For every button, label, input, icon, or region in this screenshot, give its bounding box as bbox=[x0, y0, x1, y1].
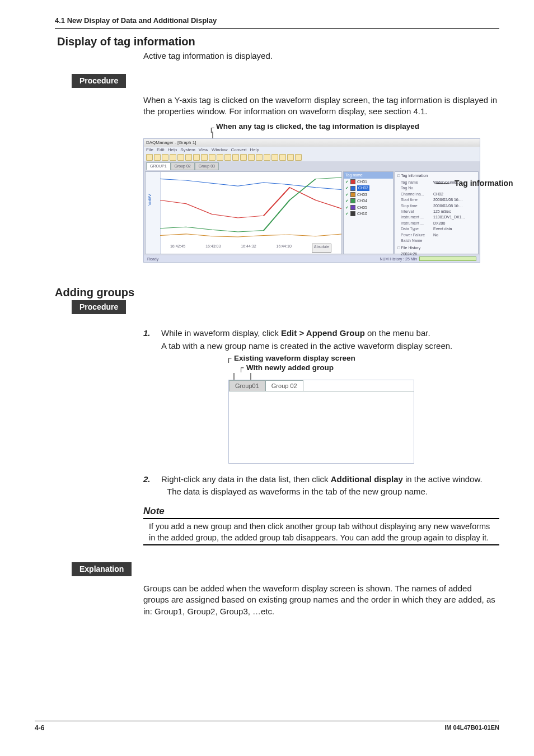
group-tabs[interactable]: GROUP1 Group 02 Group 03 bbox=[146, 162, 219, 170]
note-body: If you add a new group and then click an… bbox=[149, 521, 496, 543]
channel-row[interactable]: ✔CH10 bbox=[344, 211, 393, 217]
file-history-title: File History bbox=[401, 246, 420, 250]
step-text: Right-click any data in the data list, t… bbox=[161, 474, 331, 484]
x-tick: 16:43:03 bbox=[205, 244, 221, 253]
menu-convert[interactable]: Convert bbox=[231, 147, 246, 153]
y-axis[interactable]: Volt/V bbox=[146, 172, 161, 254]
step-number: 2. bbox=[143, 474, 153, 498]
toolbar-button[interactable] bbox=[256, 154, 263, 161]
menu-edit[interactable]: Edit bbox=[157, 147, 165, 153]
explanation-label: Explanation bbox=[72, 562, 132, 576]
step-number: 1. bbox=[143, 328, 153, 352]
step-text: on the menu bar. bbox=[365, 328, 430, 338]
step-2: 2. Right-click any data in the data list… bbox=[143, 474, 499, 498]
divider bbox=[55, 28, 499, 29]
tag-info-row: Power FailureNo bbox=[395, 232, 478, 238]
menu-window[interactable]: Window bbox=[212, 147, 227, 153]
group-tab-1[interactable]: GROUP1 bbox=[146, 162, 171, 170]
tag-info-row: Interval125 mSec bbox=[395, 209, 478, 214]
status-left: Ready bbox=[147, 256, 158, 262]
menu-view[interactable]: View bbox=[199, 147, 208, 153]
step-menu-path: Additional display bbox=[331, 474, 403, 484]
step-menu-path: Edit > Append Group bbox=[281, 328, 365, 338]
toolbar-button[interactable] bbox=[279, 154, 286, 161]
toolbar-button[interactable] bbox=[240, 154, 247, 161]
window-titlebar: DAQManager - [Graph 1] bbox=[144, 139, 480, 147]
x-axis-ticks: 16:42:45 16:43:03 16:44:32 16:44:10 Abso… bbox=[160, 244, 341, 253]
note-title: Note bbox=[143, 505, 499, 518]
step-text: While in waveform display, click bbox=[161, 328, 281, 338]
tag-info-row: Batch Name bbox=[395, 238, 478, 244]
toolbar-button[interactable] bbox=[295, 154, 302, 161]
tag-info-title-text: Tag information bbox=[401, 174, 428, 178]
x-tick: 16:42:45 bbox=[170, 244, 185, 253]
section-title-adding-groups: Adding groups bbox=[55, 285, 499, 300]
step-subtext: The data is displayed as waveforms in th… bbox=[167, 486, 499, 497]
menu-help[interactable]: Help bbox=[168, 147, 177, 153]
toolbar-button[interactable] bbox=[177, 154, 184, 161]
toolbar-button[interactable] bbox=[162, 154, 168, 161]
x-tick: 16:44:32 bbox=[241, 244, 256, 253]
toolbar-button[interactable] bbox=[193, 154, 200, 161]
fig2-caption-1: Existing waveform display screen bbox=[234, 354, 355, 362]
step-1: 1. While in waveform display, click Edit… bbox=[143, 328, 499, 352]
channel-list-header: Tag name bbox=[344, 172, 393, 178]
procedure-label-2: Procedure bbox=[72, 300, 126, 314]
channel-list[interactable]: Tag name ✔CH01✔CH02✔CH03✔CH04✔CH05✔CH10 bbox=[343, 171, 394, 254]
fig2-tabs[interactable]: Group01 Group 02 bbox=[229, 380, 303, 391]
menu-help2[interactable]: Help bbox=[250, 147, 259, 153]
menu-system[interactable]: System bbox=[180, 147, 195, 153]
tag-info-row: Data TypeEvent data bbox=[395, 226, 478, 232]
channel-row[interactable]: ✔CH05 bbox=[344, 204, 393, 211]
group-tab-3[interactable]: Group 03 bbox=[195, 162, 219, 170]
note-block: Note If you add a new group and then cli… bbox=[143, 505, 499, 545]
x-mode-button[interactable]: Absolute bbox=[312, 244, 331, 253]
divider bbox=[143, 544, 499, 545]
group-tab-2[interactable]: Group 02 bbox=[171, 162, 195, 170]
window-title: DAQManager - [Graph 1] bbox=[146, 140, 196, 146]
toolbar-button[interactable] bbox=[264, 154, 270, 161]
toolbar-button[interactable] bbox=[185, 154, 192, 161]
fig2-body bbox=[229, 391, 414, 463]
status-progress bbox=[419, 256, 476, 261]
toolbar-button[interactable] bbox=[201, 154, 208, 161]
channel-row[interactable]: ✔CH04 bbox=[344, 198, 393, 204]
procedure-label: Procedure bbox=[72, 74, 126, 88]
menu-file[interactable]: File bbox=[146, 147, 153, 153]
status-right: NUM History : 25 Min bbox=[380, 256, 417, 262]
tag-info-row: Instrument ...DX200 bbox=[395, 221, 478, 226]
page-number: 4-6 bbox=[35, 724, 44, 732]
channel-row[interactable]: ✔CH03 bbox=[344, 192, 393, 198]
toolbar-button[interactable] bbox=[232, 154, 239, 161]
procedure-body: When a Y-axis tag is clicked on the wave… bbox=[143, 95, 499, 118]
toolbar-button[interactable] bbox=[248, 154, 255, 161]
fig1-caption: When any tag is clicked, the tag informa… bbox=[216, 122, 499, 132]
waveform-panel[interactable]: Volt/V 16:42:45 16:43:03 16:44:32 16:44:… bbox=[145, 171, 342, 254]
fig2-tab-1[interactable]: Group01 bbox=[229, 380, 265, 391]
channel-row[interactable]: ✔CH01 bbox=[344, 179, 393, 185]
plot-area[interactable] bbox=[160, 172, 341, 242]
toolbar-button[interactable] bbox=[154, 154, 161, 161]
explanation-body: Groups can be added when the waveform di… bbox=[143, 583, 499, 617]
toolbar-button[interactable] bbox=[217, 154, 223, 161]
fig2-screenshot: Group01 Group 02 bbox=[228, 380, 414, 464]
toolbar-button[interactable] bbox=[287, 154, 294, 161]
toolbar[interactable] bbox=[144, 153, 480, 161]
doc-id: IM 04L47B01-01EN bbox=[444, 724, 499, 732]
lead-text: Active tag information is displayed. bbox=[143, 50, 499, 62]
fig2-tab-2[interactable]: Group 02 bbox=[265, 380, 303, 391]
status-bar: Ready NUM History : 25 Min bbox=[144, 255, 480, 262]
toolbar-button[interactable] bbox=[224, 154, 231, 161]
toolbar-button[interactable] bbox=[170, 154, 176, 161]
channel-row[interactable]: ✔CH02 bbox=[344, 185, 393, 191]
tag-info-row: Channel na...CH02 bbox=[395, 192, 478, 197]
x-tick: 16:44:10 bbox=[277, 244, 292, 253]
step-text: in the active window. bbox=[403, 474, 483, 484]
toolbar-button[interactable] bbox=[146, 154, 153, 161]
step-subtext: A tab with a new group name is created i… bbox=[161, 340, 499, 352]
toolbar-button[interactable] bbox=[209, 154, 216, 161]
divider bbox=[143, 518, 499, 519]
toolbar-button[interactable] bbox=[271, 154, 278, 161]
breadcrumb: 4.1 New Display of Data and Additional D… bbox=[55, 16, 499, 26]
menu-bar[interactable]: File Edit Help System View Window Conver… bbox=[144, 147, 480, 153]
